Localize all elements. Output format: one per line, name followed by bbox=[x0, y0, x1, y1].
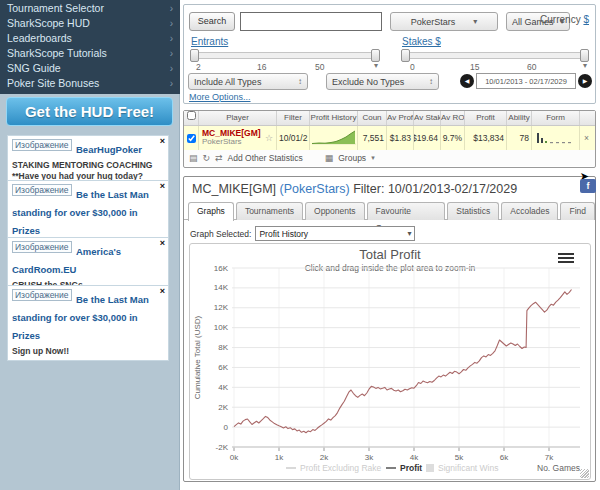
svg-text:Profit Excluding Rake: Profit Excluding Rake bbox=[300, 463, 382, 473]
sidebar-item-leaderboards[interactable]: Leaderboards› bbox=[0, 31, 180, 46]
stakes-slider-handle-min[interactable] bbox=[401, 49, 410, 62]
svg-text:16K: 16K bbox=[214, 264, 229, 273]
col-filter[interactable]: Filter bbox=[277, 111, 310, 125]
entrants-slider-handle-min[interactable] bbox=[190, 49, 199, 62]
trash-icon[interactable]: ▤ bbox=[189, 153, 198, 163]
nav-label: Tournament Selector bbox=[7, 1, 104, 16]
col-form[interactable]: Form bbox=[532, 111, 580, 125]
facebook-like-badge[interactable]: f bbox=[580, 179, 596, 193]
col-profit-history[interactable]: Profit History bbox=[310, 111, 358, 125]
currency-link[interactable]: $ bbox=[583, 14, 589, 25]
sidebar-item-sharkscope-hud[interactable]: SharkScope HUD› bbox=[0, 16, 180, 31]
close-icon[interactable]: × bbox=[160, 182, 165, 191]
detail-network-link[interactable]: (PokerStars) bbox=[280, 182, 350, 196]
form-sparkline bbox=[532, 126, 580, 150]
col-profit[interactable]: Profit bbox=[465, 111, 507, 125]
col-av-profit[interactable]: Av Profi bbox=[387, 111, 414, 125]
more-options-link[interactable]: More Options... bbox=[189, 92, 251, 102]
refresh-icon[interactable]: ↻ bbox=[203, 153, 211, 163]
search-input[interactable] bbox=[240, 12, 382, 31]
select-all-checkbox[interactable] bbox=[184, 111, 199, 125]
sidebar-item-sng-guide[interactable]: SNG Guide› bbox=[0, 61, 180, 76]
tab-statistics[interactable]: Statistics bbox=[447, 202, 499, 220]
updown-icon: ↕ bbox=[298, 77, 302, 86]
nav-label: SNG Guide bbox=[7, 61, 61, 76]
stakes-slider[interactable] bbox=[402, 52, 588, 59]
sidebar-nav: Tournament Selector› SharkScope HUD› Lea… bbox=[0, 0, 180, 94]
svg-text:7k: 7k bbox=[545, 453, 554, 462]
nav-label: Leaderboards bbox=[7, 31, 72, 46]
row-close-icon[interactable]: × bbox=[580, 126, 593, 150]
date-next-button[interactable]: ▶ bbox=[578, 74, 592, 88]
close-icon[interactable]: × bbox=[160, 137, 165, 146]
tab-accolades[interactable]: Accolades bbox=[501, 202, 558, 220]
network-select-value: PokerStars bbox=[411, 17, 456, 27]
entrants-tick: 50 bbox=[315, 62, 324, 72]
ad-last-man-standing-2[interactable]: × Изображение Be the Last Man standing f… bbox=[7, 285, 169, 361]
ad-title[interactable]: Be the Last Man standing for over $30,00… bbox=[12, 294, 149, 341]
profit-chart-svg[interactable]: Total ProfitClick and drag inside the pl… bbox=[190, 244, 590, 479]
resize-grip[interactable] bbox=[580, 469, 589, 478]
sidebar-item-tournament-selector[interactable]: Tournament Selector› bbox=[0, 1, 180, 16]
exclude-types-select[interactable]: Exclude No Types↕ bbox=[326, 73, 439, 90]
close-icon[interactable]: × bbox=[160, 239, 165, 248]
ad-body: Sign up Now!! bbox=[12, 346, 156, 357]
tab-find[interactable]: Find bbox=[560, 202, 595, 220]
include-types-select[interactable]: Include All Types↕ bbox=[188, 73, 308, 90]
sidebar-item-poker-site-bonuses[interactable]: Poker Site Bonuses› bbox=[0, 76, 180, 91]
player-cell[interactable]: MC_MIKE[GM] PokerStars ☆ bbox=[199, 126, 277, 150]
tab-opponents[interactable]: Opponents bbox=[305, 202, 365, 220]
total-profit-chart[interactable]: Total ProfitClick and drag inside the pl… bbox=[189, 243, 591, 480]
table-footer: ▤ ↻ ⇄ Add Other Statistics ▦ Groups ▾ bbox=[184, 150, 595, 166]
entrants-link[interactable]: Entrants bbox=[191, 36, 228, 47]
ad-bearhugpoker[interactable]: × Изображение BearHugPoker STAKING MENTO… bbox=[7, 135, 169, 185]
tab-graphs[interactable]: Graphs bbox=[188, 202, 234, 221]
col-player[interactable]: Player bbox=[199, 111, 277, 125]
graph-select-value: Profit History bbox=[259, 229, 308, 239]
table-row[interactable]: MC_MIKE[GM] PokerStars ☆ 10/01/2 7,551 $… bbox=[184, 126, 595, 150]
sidebar-item-sharkscope-tutorials[interactable]: SharkScope Tutorials› bbox=[0, 46, 180, 61]
graph-select[interactable]: Profit History ▾ bbox=[255, 226, 415, 241]
player-detail-panel: MC_MIKE[GM] (PokerStars) Filter: 10/01/2… bbox=[183, 176, 596, 482]
search-button[interactable]: Search bbox=[189, 12, 235, 31]
chevron-down-icon: ▾ bbox=[371, 154, 375, 162]
player-network: PokerStars bbox=[202, 138, 261, 147]
get-hud-free-button[interactable]: Get the HUD Free! bbox=[6, 97, 173, 126]
stakes-scale-dropdown-icon[interactable]: ▾ bbox=[583, 61, 587, 70]
nav-label: SharkScope Tutorials bbox=[7, 46, 107, 61]
groups-dropdown[interactable]: Groups bbox=[338, 153, 366, 163]
search-filter-panel: Search PokerStars▾ All Games▾ Currency $… bbox=[183, 4, 596, 104]
detail-title: MC_MIKE[GM] (PokerStars) Filter: 10/01/2… bbox=[192, 182, 517, 196]
svg-text:4K: 4K bbox=[218, 383, 228, 392]
row-checkbox[interactable] bbox=[184, 126, 199, 150]
col-av-stake[interactable]: Av Stak bbox=[414, 111, 441, 125]
close-icon[interactable]: × bbox=[160, 287, 165, 296]
nav-label: SharkScope HUD bbox=[7, 16, 90, 31]
tab-tournaments[interactable]: Tournaments bbox=[236, 202, 303, 220]
network-select[interactable]: PokerStars▾ bbox=[390, 12, 498, 31]
swap-icon[interactable]: ⇄ bbox=[215, 153, 223, 163]
ad-title[interactable]: Be the Last Man standing for over $30,00… bbox=[12, 189, 149, 236]
profit-history-sparkline[interactable] bbox=[310, 126, 358, 150]
col-av-roi[interactable]: Av ROI bbox=[441, 111, 465, 125]
groups-icon[interactable]: ▦ bbox=[325, 153, 334, 163]
left-column: Tournament Selector› SharkScope HUD› Lea… bbox=[0, 0, 180, 490]
col-ability[interactable]: Ability bbox=[507, 111, 532, 125]
entrants-scale-dropdown-icon[interactable]: ▾ bbox=[374, 61, 378, 70]
stakes-link[interactable]: Stakes $ bbox=[402, 36, 441, 47]
entrants-tick: 2 bbox=[196, 62, 201, 72]
svg-text:3k: 3k bbox=[365, 453, 374, 462]
tab-favourite-games[interactable]: Favourite Games bbox=[367, 202, 446, 220]
entrants-slider[interactable] bbox=[191, 52, 379, 59]
star-icon[interactable]: ☆ bbox=[265, 133, 273, 143]
chevron-right-icon: › bbox=[170, 1, 173, 16]
ad-title[interactable]: BearHugPoker bbox=[76, 144, 142, 155]
results-table-panel: Player Filter Profit History Coun Av Pro… bbox=[183, 110, 596, 168]
chevron-right-icon: › bbox=[170, 46, 173, 61]
col-count[interactable]: Coun bbox=[358, 111, 387, 125]
broken-image-placeholder: Изображение bbox=[12, 289, 72, 301]
date-prev-button[interactable]: ◀ bbox=[460, 74, 474, 88]
add-other-statistics-link[interactable]: Add Other Statistics bbox=[228, 153, 303, 163]
svg-text:Significant Wins: Significant Wins bbox=[438, 463, 498, 473]
date-range-input[interactable] bbox=[476, 73, 576, 89]
